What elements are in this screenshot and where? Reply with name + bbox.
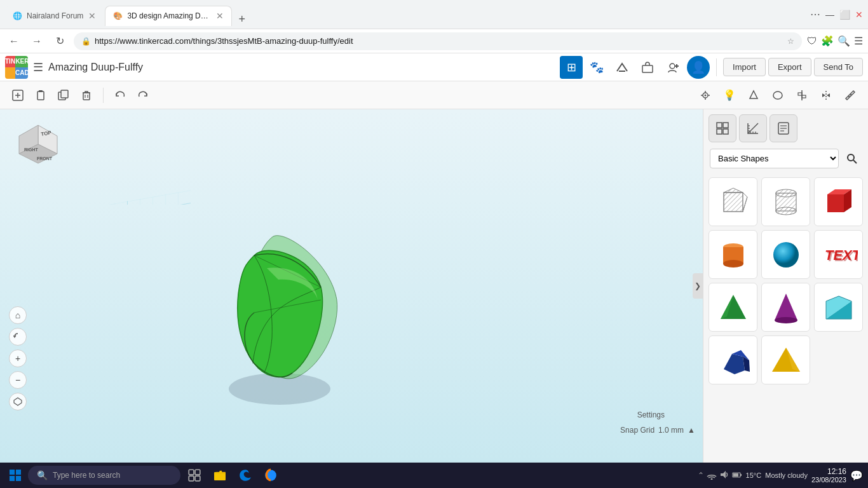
light-button[interactable]: 💡 [719,85,740,105]
home-view-button[interactable]: ⌂ [9,306,27,324]
ruler-tool[interactable] [840,85,860,105]
shape-box-dark-blue[interactable] [709,336,757,384]
grid-tab-button[interactable] [709,114,736,142]
duplicate-button[interactable] [53,85,74,105]
nairaland-close-icon[interactable]: ✕ [88,11,96,20]
import-button[interactable]: Import [723,58,766,76]
svg-text:TEXT: TEXT [826,248,858,264]
ruler-tab-button[interactable] [739,114,767,142]
profile-button[interactable]: 👤 [687,56,710,79]
svg-point-60 [776,207,796,215]
snap-grid-control[interactable]: Snap Grid 1.0 mm ▲ [620,426,695,435]
send-to-button[interactable]: Send To [814,58,863,76]
shape-sphere-blue[interactable] [761,230,810,279]
snap-grid-arrow: ▲ [688,426,695,435]
notification-icon[interactable]: 💬 [850,470,863,482]
menu-icon[interactable]: ☰ [854,35,863,47]
zoom-in-button[interactable]: + [9,349,27,367]
polygon-view-button[interactable] [611,56,634,79]
taskbar-right: ⌃ 15°C Mostly cloudy 12:16 23/08/2023 💬 [698,467,863,484]
svg-point-92 [710,478,712,480]
tab-controls: ⋯ — ⬜ ✕ [810,8,863,20]
shape-text-3d[interactable]: TEXT TEXT [814,230,863,279]
shape-pyramid-green[interactable] [709,283,757,332]
shape-tool-1[interactable] [743,85,764,105]
taskbar-search-box[interactable]: 🔍 Type here to search [28,466,180,485]
svg-text:RIGHT: RIGHT [24,147,39,152]
minimize-button[interactable]: — [825,10,834,20]
clock-time: 12:16 [811,467,846,476]
collapse-panel-button[interactable]: ❯ [693,273,703,299]
maximize-button[interactable]: ⬜ [839,10,850,20]
perspective-button[interactable] [9,393,27,410]
volume-icon [719,470,729,481]
shapes-category-select[interactable]: Basic Shapes [710,149,839,168]
refresh-button[interactable]: ↻ [51,32,69,50]
svg-point-51 [848,154,854,161]
svg-rect-39 [717,129,722,134]
new-shape-button[interactable] [8,85,28,105]
undo-button[interactable] [110,85,130,105]
export-button[interactable]: Export [768,58,811,76]
3d-viewport[interactable]: TOP RIGHT FRONT ⌂ + − [0,109,703,463]
task-view-icon[interactable] [183,464,206,487]
forward-button[interactable]: → [28,32,46,50]
shape-cylinder-striped[interactable] [761,177,810,226]
tab-tinkercad[interactable]: 🎨 3D design Amazing Duup-Fulffy ✕ [105,6,232,26]
zoom-out-button[interactable]: − [9,371,27,389]
browser-actions: 🛡 🧩 🔍 ☰ [807,35,863,47]
mirror-tool[interactable] [816,85,836,105]
back-button[interactable]: ← [5,32,23,50]
align-tool[interactable] [792,85,812,105]
grid-view-button[interactable]: ⊞ [560,56,583,79]
clock-date: 23/08/2023 [811,476,846,484]
tinkercad-close-icon[interactable]: ✕ [216,11,224,20]
shape-tool-2[interactable] [768,85,788,105]
redo-button[interactable] [133,85,153,105]
firefox-icon[interactable] [259,464,282,487]
tab-nairaland[interactable]: 🌐 Nairaland Forum ✕ [5,6,104,26]
svg-rect-10 [61,90,68,98]
add-user-button[interactable] [661,56,684,79]
close-button[interactable]: ✕ [855,10,863,20]
svg-rect-89 [195,476,200,481]
nairaland-favicon: 🌐 [13,11,22,20]
address-box[interactable]: 🔒 https://www.tinkercad.com/things/3thss… [74,32,802,50]
bear-view-button[interactable]: 🐾 [585,56,608,79]
viewport-controls: ⌂ + − [9,306,27,410]
shape-cone-purple[interactable] [761,283,810,332]
svg-rect-85 [16,476,21,481]
bookmark-icon[interactable]: ☆ [787,37,794,46]
nairaland-tab-title: Nairaland Forum [27,11,83,20]
snap-grid-value: 1.0 mm [658,426,684,435]
file-explorer-icon[interactable] [208,464,231,487]
taskbar: 🔍 Type here to search ⌃ [0,463,868,488]
shape-wedge-teal[interactable] [814,283,863,332]
edge-icon[interactable] [234,464,257,487]
clock: 12:16 23/08/2023 [811,467,846,484]
tab-bar: 🌐 Nairaland Forum ✕ 🎨 3D design Amazing … [5,3,250,26]
shape-pyramid-yellow[interactable] [761,336,810,384]
shape-cylinder-orange[interactable] [709,230,757,279]
camera-view-button[interactable] [695,85,715,105]
notes-tab-button[interactable] [770,114,797,142]
delete-button[interactable] [76,85,97,105]
cube-navigator[interactable]: TOP RIGHT FRONT [13,122,64,173]
snap-grid-label: Snap Grid [620,426,654,435]
shape-box-red[interactable] [814,177,863,226]
right-panel: Basic Shapes [703,109,868,463]
clipboard-button[interactable] [31,85,51,105]
tab-list-icon[interactable]: ⋯ [810,8,820,20]
svg-marker-56 [743,193,747,212]
start-button[interactable] [5,465,25,485]
rotate-view-button[interactable] [9,328,27,346]
chevron-up-icon[interactable]: ⌃ [698,471,704,480]
new-tab-button[interactable]: + [233,13,250,26]
security-icon: 🔒 [81,37,91,46]
settings-label[interactable]: Settings [637,410,665,419]
shape-box-striped[interactable] [709,177,757,226]
shapes-search-button[interactable] [843,149,862,168]
hamburger-icon[interactable]: ☰ [33,60,43,74]
app-bar-right: ⊞ 🐾 👤 Import Export Send To [560,56,863,79]
briefcase-button[interactable] [636,56,659,79]
